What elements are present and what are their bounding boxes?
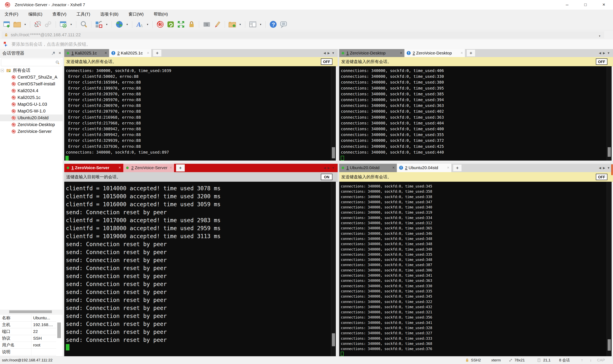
find-icon[interactable] — [80, 20, 88, 28]
session-item[interactable]: MapOS-U-1.03 — [0, 101, 63, 108]
scroll-up-icon[interactable]: ↑ — [581, 356, 583, 364]
tab-scroll-arrows[interactable]: ◀▶▼ — [599, 49, 612, 57]
tab-zvserver-1[interactable]: 1 ZeroVoice-Server × — [64, 164, 123, 172]
tab-kali-1[interactable]: 1 Kali2025.1c × — [64, 49, 109, 57]
xftp-icon[interactable] — [166, 20, 175, 28]
send-all-toggle[interactable]: OFF — [596, 174, 607, 180]
protocol-label[interactable]: SSH2 — [471, 356, 481, 364]
new-tab-button[interactable]: + — [466, 50, 475, 57]
scrollbar-thumb[interactable] — [332, 147, 335, 158]
new-file-caret-icon[interactable]: ▾ — [238, 20, 242, 28]
row-splitter[interactable] — [64, 161, 613, 164]
terminal-scrollbar[interactable] — [331, 182, 336, 356]
tab-zvserver-2[interactable]: 2 ZeroVoice-Server × — [123, 164, 174, 172]
open-session-icon[interactable] — [13, 20, 21, 28]
xshell-icon[interactable] — [156, 20, 164, 28]
column-splitter[interactable] — [338, 49, 339, 356]
font-caret-icon[interactable]: ▾ — [146, 20, 150, 28]
virtual-keypad-icon[interactable] — [202, 20, 211, 28]
send-current-toggle[interactable]: ON — [321, 174, 333, 180]
menu-help[interactable]: 帮助(H) — [149, 10, 173, 19]
reconnect-icon[interactable] — [44, 20, 52, 28]
lock-screen-icon[interactable] — [187, 20, 196, 28]
tab-close-icon[interactable]: × — [392, 164, 395, 171]
send-all-toggle[interactable]: OFF — [596, 58, 607, 65]
properties-scrollbar-thumb[interactable] — [57, 323, 61, 338]
sidebar-splitter[interactable] — [63, 49, 64, 356]
tab-zvdesktop-1[interactable]: 1 ZeroVoice-Desktop × — [339, 49, 404, 57]
compose-caret-icon[interactable]: ▾ — [105, 20, 109, 28]
scrollbar-thumb[interactable] — [332, 333, 335, 346]
tab-ubuntu-1[interactable]: 1 Ubuntu20.04std × — [339, 164, 397, 172]
cursor-position-label[interactable]: 21,1 — [543, 356, 550, 364]
session-item[interactable]: ZeroVoice-Server — [0, 128, 63, 135]
terminal-scrollbar[interactable] — [607, 182, 612, 356]
layout-caret-icon[interactable]: ▾ — [258, 20, 263, 28]
session-count-label[interactable]: 8 会话 — [559, 356, 570, 364]
scroll-down-icon[interactable]: ↓ — [590, 356, 592, 364]
new-tab-button[interactable]: + — [176, 164, 185, 171]
new-tab-button[interactable]: + — [153, 50, 162, 57]
tab-kali-2[interactable]: 2 Kali2025.1c × — [109, 49, 151, 57]
session-properties-caret-icon[interactable]: ▾ — [69, 20, 73, 28]
session-item[interactable]: MapOS-W-1.0 — [0, 108, 63, 115]
tab-ubuntu-2[interactable]: 2 Ubuntu20.04std × — [397, 164, 452, 172]
session-item[interactable]: CentOS7self-install — [0, 81, 63, 87]
menu-tab[interactable]: 选项卡(B) — [95, 10, 123, 19]
address-field[interactable]: ssh://root:******@192.168.47.111:22 ▾ — [2, 31, 604, 39]
new-tab-button[interactable]: + — [453, 164, 462, 171]
session-item[interactable]: CentOS7_ShuiZe_A — [0, 74, 63, 81]
terminal-zvserver[interactable]: clientfd = 1014000 accepted! time used 3… — [64, 182, 331, 356]
session-properties-icon[interactable] — [59, 20, 67, 28]
tree-expand-icon[interactable]: − — [1, 69, 4, 72]
tab-close-icon[interactable]: × — [105, 49, 107, 57]
highlight-pen-icon[interactable] — [213, 20, 221, 28]
menu-window[interactable]: 窗口(W) — [124, 10, 148, 19]
panel-close-icon[interactable]: × — [57, 49, 62, 57]
session-item[interactable]: ZeroVoice-Desktop — [0, 121, 63, 128]
tree-folder-all-sessions[interactable]: − 所有会话 — [0, 67, 63, 74]
tab-scroll-arrows[interactable]: ◀▶▼ — [323, 49, 336, 57]
scrollbar-thumb[interactable] — [9, 310, 52, 313]
tab-close-icon[interactable]: × — [119, 164, 121, 171]
terminal-ubuntu[interactable]: connections: 340000, sockfd:0, time_used… — [339, 182, 607, 356]
tab-close-icon[interactable]: × — [170, 164, 172, 171]
font-icon[interactable]: AA — [135, 20, 144, 28]
tab-close-icon[interactable]: × — [400, 49, 402, 57]
compose-bar-icon[interactable] — [94, 20, 103, 28]
address-caret-icon[interactable]: ▾ — [597, 32, 602, 39]
tab-close-icon[interactable]: × — [461, 49, 463, 57]
web-browser-icon[interactable] — [115, 20, 123, 28]
terminal-kali[interactable]: connections: 340000, sockfd:0, time_used… — [64, 66, 331, 161]
tab-zvdesktop-2[interactable]: 2 ZeroVoice-Desktop × — [405, 49, 465, 57]
fullscreen-icon[interactable] — [177, 20, 185, 28]
send-all-toggle[interactable]: OFF — [321, 58, 333, 65]
terminal-zvdesktop[interactable]: connections: 340000, sockfd:0, time_used… — [339, 66, 607, 161]
menu-edit[interactable]: 编辑(E) — [24, 10, 47, 19]
session-search-box[interactable] — [1, 59, 61, 66]
close-button[interactable]: × — [595, 0, 613, 10]
open-session-caret-icon[interactable]: ▾ — [23, 20, 27, 28]
scrollbar-thumb[interactable] — [608, 339, 611, 351]
session-item[interactable]: Kali2025.1c — [0, 94, 63, 101]
tab-scroll-arrows[interactable]: ◀▶▼ — [323, 164, 336, 172]
menu-tools[interactable]: 工具(T) — [72, 10, 95, 19]
terminal-size-label[interactable]: 78x21 — [514, 356, 525, 364]
session-search-input[interactable] — [2, 59, 55, 66]
layout-icon[interactable] — [249, 20, 257, 28]
maximize-button[interactable]: □ — [576, 0, 595, 10]
sidebar-horizontal-scrollbar[interactable] — [0, 310, 63, 314]
terminal-type-label[interactable]: xterm — [491, 356, 501, 364]
disconnect-icon[interactable] — [34, 20, 42, 28]
menu-file[interactable]: 文件(F) — [0, 10, 23, 19]
pin-icon[interactable] — [51, 51, 56, 56]
new-file-icon[interactable] — [228, 20, 237, 28]
session-item-selected[interactable]: Ubuntu20.04std — [0, 115, 63, 121]
feedback-icon[interactable] — [279, 20, 288, 28]
scrollbar-thumb[interactable] — [608, 147, 611, 157]
minimize-button[interactable]: – — [558, 0, 576, 10]
new-session-icon[interactable] — [3, 20, 11, 28]
tab-scroll-arrows[interactable]: ◀▶▼ — [599, 164, 612, 172]
tab-close-icon[interactable]: × — [447, 164, 449, 171]
menu-view[interactable]: 查看(V) — [48, 10, 71, 19]
